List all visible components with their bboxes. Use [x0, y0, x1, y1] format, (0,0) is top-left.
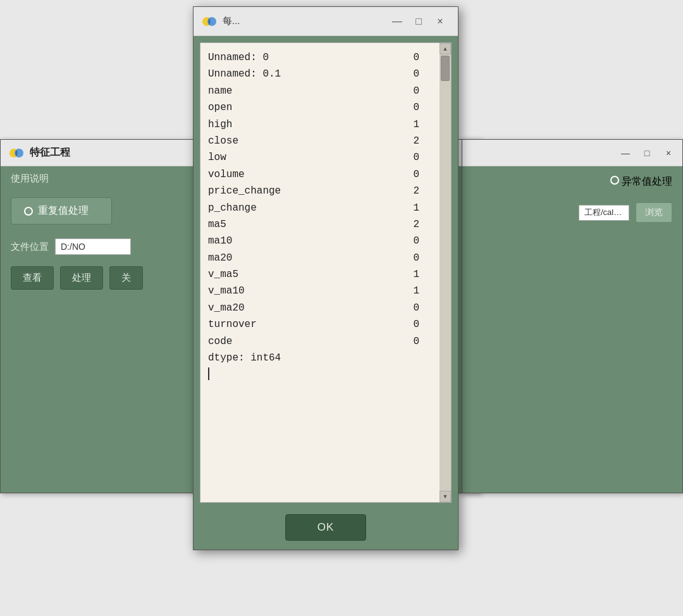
- main-dialog: 每... — □ × Unnamed: 00Unnamed: 0.10name0…: [193, 6, 458, 550]
- right-minimize-button[interactable]: —: [617, 144, 634, 162]
- list-item: Unnamed: 00: [208, 49, 432, 66]
- list-item: price_change2: [208, 183, 432, 199]
- data-value: 2: [400, 216, 419, 233]
- list-item: code0: [208, 333, 432, 350]
- right-close-button[interactable]: ×: [660, 144, 677, 162]
- data-list: Unnamed: 00Unnamed: 0.10name0open0high1c…: [200, 43, 440, 502]
- data-key: v_ma5: [208, 266, 238, 283]
- list-item: dtype: int64: [208, 350, 432, 366]
- data-key: ma10: [208, 233, 232, 249]
- data-key: low: [208, 149, 226, 166]
- data-value: 0: [400, 49, 419, 66]
- bg-window-title: 特征工程: [30, 146, 70, 159]
- process-button[interactable]: 处理: [60, 266, 103, 290]
- data-value: [400, 350, 419, 366]
- scroll-thumb[interactable]: [441, 56, 450, 81]
- right-window: — □ × 异常值处理 浏览: [462, 139, 683, 493]
- data-key: v_ma20: [208, 300, 245, 316]
- main-dialog-titlebar: 每... — □ ×: [194, 7, 458, 36]
- list-item: p_change1: [208, 200, 432, 216]
- data-value: 1: [400, 283, 419, 299]
- list-item: v_ma200: [208, 300, 432, 316]
- file-label: 文件位置: [11, 241, 49, 253]
- data-value: 0: [400, 99, 419, 116]
- list-item: open0: [208, 99, 432, 116]
- file-input[interactable]: [55, 238, 131, 255]
- data-key: code: [208, 333, 232, 350]
- data-key: ma5: [208, 216, 226, 233]
- main-dialog-title: 每...: [223, 15, 382, 27]
- anomaly-section: 异常值处理: [462, 166, 682, 197]
- data-key: turnover: [208, 316, 257, 333]
- data-value: 0: [400, 333, 419, 350]
- data-key: v_ma10: [208, 283, 245, 299]
- data-value: 2: [400, 133, 419, 149]
- view-button[interactable]: 查看: [11, 266, 54, 290]
- ok-button[interactable]: OK: [285, 514, 367, 541]
- list-item: ma52: [208, 216, 432, 233]
- list-item: v_ma101: [208, 283, 432, 299]
- data-display-area: Unnamed: 00Unnamed: 0.10name0open0high1c…: [200, 42, 452, 503]
- list-item: name0: [208, 83, 432, 99]
- data-value: 0: [400, 233, 419, 249]
- dialog-app-logo-icon: [201, 13, 218, 30]
- data-value: 0: [400, 149, 419, 166]
- anomaly-radio-icon: [610, 176, 619, 185]
- list-item: ma200: [208, 250, 432, 266]
- data-value: 0: [400, 83, 419, 99]
- data-key: high: [208, 116, 232, 133]
- data-value: 0: [400, 166, 419, 183]
- list-item: Unnamed: 0.10: [208, 66, 432, 82]
- right-maximize-button[interactable]: □: [638, 144, 656, 162]
- list-item: close2: [208, 133, 432, 149]
- null-handling-radio[interactable]: 重复值处理: [11, 197, 112, 225]
- dialog-content: Unnamed: 00Unnamed: 0.10name0open0high1c…: [194, 36, 458, 509]
- radio-circle-icon: [24, 207, 33, 216]
- data-key: price_change: [208, 183, 281, 199]
- right-file-row: 浏览: [462, 197, 682, 228]
- dialog-maximize-button[interactable]: □: [409, 11, 429, 32]
- data-key: close: [208, 133, 238, 149]
- anomaly-radio[interactable]: 异常值处理: [610, 175, 672, 188]
- data-key: p_change: [208, 200, 257, 216]
- data-value: 0: [400, 250, 419, 266]
- browse-button[interactable]: 浏览: [636, 202, 672, 223]
- data-key: ma20: [208, 250, 232, 266]
- list-item: turnover0: [208, 316, 432, 333]
- data-key: name: [208, 83, 232, 99]
- right-file-input[interactable]: [579, 205, 629, 221]
- data-value: 0: [400, 316, 419, 333]
- list-item: high1: [208, 116, 432, 133]
- right-window-titlebar: — □ ×: [462, 140, 682, 166]
- list-item: ma100: [208, 233, 432, 249]
- close-button[interactable]: 关: [109, 266, 143, 290]
- ok-button-row: OK: [194, 509, 458, 550]
- data-key: open: [208, 99, 232, 116]
- scrollbar[interactable]: ▲ ▼: [440, 43, 451, 502]
- data-key: Unnamed: 0.1: [208, 66, 281, 82]
- data-key: Unnamed: 0: [208, 49, 269, 66]
- list-item: low0: [208, 149, 432, 166]
- anomaly-label: 异常值处理: [622, 176, 672, 187]
- data-value: 0: [400, 300, 419, 316]
- scroll-down-arrow[interactable]: ▼: [440, 491, 451, 502]
- data-value: 2: [400, 183, 419, 199]
- list-item: volume0: [208, 166, 432, 183]
- dialog-close-button[interactable]: ×: [430, 11, 450, 32]
- list-item: v_ma51: [208, 266, 432, 283]
- data-value: 1: [400, 200, 419, 216]
- data-value: 0: [400, 66, 419, 82]
- dialog-minimize-button[interactable]: —: [387, 11, 407, 32]
- text-cursor: [208, 367, 432, 380]
- null-handling-label: 重复值处理: [38, 204, 89, 218]
- data-key: dtype: int64: [208, 350, 281, 366]
- data-key: volume: [208, 166, 245, 183]
- titlebar-controls: — □ ×: [387, 11, 450, 32]
- data-value: 1: [400, 116, 419, 133]
- scroll-up-arrow[interactable]: ▲: [440, 43, 451, 54]
- app-logo-icon: [8, 145, 25, 161]
- data-value: 1: [400, 266, 419, 283]
